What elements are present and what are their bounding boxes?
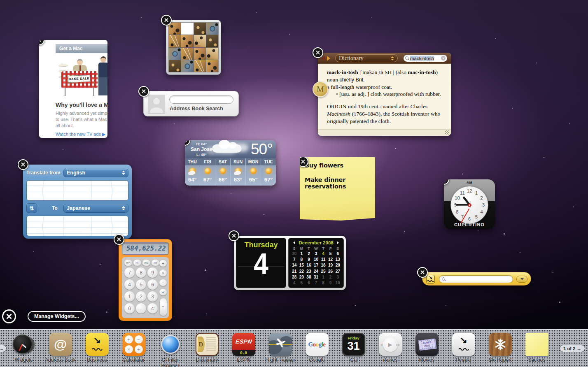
- close-icon[interactable]: [39, 40, 44, 45]
- puzzle-tile[interactable]: [169, 48, 181, 60]
- dock-item-dictionary[interactable]: DDictionary: [189, 330, 225, 367]
- calc-key-c[interactable]: c: [147, 303, 158, 314]
- swap-languages-button[interactable]: ⇅: [26, 203, 37, 213]
- globe-decoration: [27, 181, 128, 200]
- select-stepper-icon: [122, 171, 125, 175]
- puzzle-tile[interactable]: [169, 23, 181, 35]
- manage-widgets-button[interactable]: Manage Widgets...: [28, 311, 86, 322]
- calc-key-8[interactable]: 8: [136, 267, 146, 278]
- calc-key-mc[interactable]: mc: [142, 260, 150, 266]
- from-language-select[interactable]: English: [63, 169, 128, 177]
- next-month-icon[interactable]: [337, 241, 339, 244]
- address-book-widget[interactable]: Address Book Search: [143, 91, 239, 116]
- clear-search-icon[interactable]: [441, 56, 446, 60]
- prev-month-icon[interactable]: [293, 241, 295, 244]
- dock-item-ical[interactable]: Friday31iCal: [335, 330, 372, 367]
- forward-icon[interactable]: [327, 56, 330, 61]
- calculator-widget[interactable]: 584,625.22 m+m-mcmr 7894561230.c ÷×−+=: [119, 239, 172, 321]
- dictionary-widget[interactable]: Dictionary mackintosh mack·in·tosh |ˈmak…: [318, 53, 451, 136]
- puzzle-tile[interactable]: [194, 60, 206, 72]
- dock-item-itunes[interactable]: ◀◀▶▶▶iTunes: [372, 330, 408, 367]
- calc-key-equals[interactable]: =: [160, 298, 167, 316]
- calc-key-m-[interactable]: m-: [133, 260, 141, 266]
- weather-widget[interactable]: H: 64° San Jose L: 40° 50° THU64°FRI67°S…: [185, 140, 276, 186]
- world-clock-widget[interactable]: AM 121234567891011 CUPERTINO: [444, 179, 495, 229]
- watch-tv-ads-link[interactable]: Watch the new TV ads ▶: [56, 132, 107, 137]
- people-search-field[interactable]: [439, 275, 513, 283]
- puzzle-tile[interactable]: [206, 48, 218, 60]
- calc-key-5[interactable]: 5: [136, 279, 146, 290]
- dock-item-people[interactable]: ↘People: [445, 330, 482, 367]
- puzzle-tile[interactable]: [194, 35, 206, 47]
- dock-item-ski-report[interactable]: Ski Report: [482, 330, 518, 367]
- close-icon[interactable]: [161, 15, 172, 26]
- dock-item-widgets[interactable]: Widgets: [5, 330, 42, 367]
- calc-key-3[interactable]: 3: [147, 291, 158, 302]
- calc-key-4[interactable]: 4: [124, 279, 135, 290]
- stickies-widget[interactable]: Buy flowersMake dinner reservations: [300, 157, 375, 221]
- calc-key-op[interactable]: +: [159, 289, 167, 295]
- dock-item-business[interactable]: ↘Business: [79, 330, 115, 367]
- people-search-widget[interactable]: ↘: [422, 272, 531, 286]
- tile-puzzle-widget[interactable]: [166, 20, 221, 75]
- calendar-cell: 11: [320, 257, 327, 262]
- dictionary-search-value[interactable]: mackintosh: [410, 56, 441, 61]
- dock-item-address-book[interactable]: @Address Book: [42, 330, 79, 367]
- puzzle-tile[interactable]: [194, 23, 206, 35]
- calc-key-.[interactable]: .: [136, 303, 146, 314]
- calc-key-m+[interactable]: m+: [124, 260, 132, 266]
- dock-item-flight-tracker[interactable]: Flight Tracker: [262, 330, 299, 367]
- dashboard-close-button[interactable]: [2, 309, 16, 323]
- ical-icon: Friday31: [342, 333, 365, 356]
- puzzle-tile[interactable]: [206, 23, 218, 35]
- puzzle-tile[interactable]: [194, 48, 206, 60]
- dock-item-calculator[interactable]: +−×÷Calculator: [115, 330, 152, 367]
- calc-key-0[interactable]: 0: [124, 303, 135, 314]
- dictionary-source-select[interactable]: Dictionary: [335, 54, 398, 62]
- close-icon[interactable]: [313, 47, 323, 58]
- dock-item-google[interactable]: GoogleGoogle: [299, 330, 335, 367]
- address-book-search-input[interactable]: [169, 95, 233, 104]
- puzzle-empty-tile[interactable]: [181, 23, 193, 35]
- dock-item-espn[interactable]: ESPN0-0ESPN: [225, 330, 262, 367]
- source-text-area[interactable]: [26, 180, 128, 201]
- weather-forecast: THU64°FRI67°SAT66°SUN63°MON65°TUE67°: [185, 158, 276, 186]
- ical-widget[interactable]: Thursday 4 December 2008 SMTWTFS30123456…: [234, 236, 346, 290]
- calc-key-op[interactable]: ×: [159, 269, 167, 276]
- get-a-mac-widget[interactable]: Get a Mac BAKE SALE Why you'll love a Ma…: [39, 40, 107, 138]
- dock-page-indicator[interactable]: 1 of 2 →: [560, 345, 585, 352]
- close-icon[interactable]: [229, 230, 239, 241]
- calc-key-9[interactable]: 9: [147, 267, 158, 278]
- dock-item-stickies[interactable]: Stickies: [518, 330, 555, 367]
- dock-item-movies[interactable]: ADMITONEMovies: [408, 330, 445, 367]
- people-search-dropdown[interactable]: [516, 276, 527, 283]
- dictionary-search-field[interactable]: mackintosh: [404, 55, 447, 62]
- sticky-note-text[interactable]: Buy flowersMake dinner reservations: [305, 162, 370, 190]
- dock-item-ci-filter-browser[interactable]: CI Filter Browser: [152, 330, 189, 367]
- puzzle-tile[interactable]: [169, 60, 181, 72]
- back-icon[interactable]: [322, 56, 325, 61]
- puzzle-tile[interactable]: [181, 35, 193, 47]
- calc-key-6[interactable]: 6: [147, 279, 158, 290]
- resize-handle-icon[interactable]: [445, 130, 449, 135]
- translation-widget[interactable]: Translate from English ⇅ To Japanese: [23, 165, 132, 239]
- puzzle-tile[interactable]: [181, 48, 193, 60]
- close-icon[interactable]: [298, 156, 308, 167]
- close-icon[interactable]: [417, 267, 428, 278]
- people-search-input[interactable]: [447, 277, 510, 282]
- puzzle-tile[interactable]: [206, 35, 218, 47]
- calc-key-2[interactable]: 2: [136, 291, 146, 302]
- puzzle-tile[interactable]: [206, 60, 218, 72]
- close-icon[interactable]: [114, 234, 124, 245]
- clock-meridiem: AM: [444, 179, 495, 185]
- calc-key-op[interactable]: ÷: [159, 260, 167, 267]
- close-icon[interactable]: [18, 159, 28, 170]
- puzzle-tile[interactable]: [169, 35, 181, 47]
- puzzle-tile[interactable]: [181, 60, 193, 72]
- calc-key-mr[interactable]: mr: [152, 260, 159, 266]
- calc-key-1[interactable]: 1: [124, 291, 135, 302]
- calc-key-op[interactable]: −: [159, 279, 167, 286]
- close-icon[interactable]: [138, 86, 149, 97]
- to-language-select[interactable]: Japanese: [63, 204, 128, 213]
- calc-key-7[interactable]: 7: [124, 267, 135, 278]
